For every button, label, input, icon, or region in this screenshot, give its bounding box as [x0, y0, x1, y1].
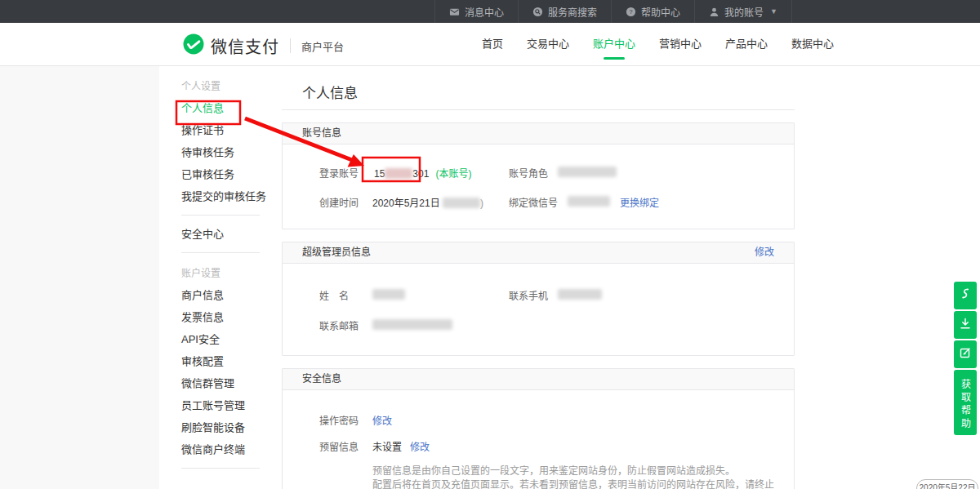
- security-info-card: 安全信息 操作密码 修改 预留信息 未设置 修改 预留信息是由你自己设置的一段文…: [282, 368, 795, 489]
- service-provider-search-link[interactable]: 服务商搜索: [518, 0, 611, 23]
- get-help-button[interactable]: 获取帮助: [954, 370, 977, 435]
- sidebar-item-merchant-info[interactable]: 商户信息: [181, 284, 282, 306]
- redacted-contact-phone: [558, 289, 602, 300]
- sidebar: 个人设置 个人信息 操作证书 待审核任务 已审核任务 我提交的审核任务 安全中心…: [159, 66, 282, 489]
- main-content: 个人信息 账号信息 登录账号 15301 (本账号) 账号角色: [282, 66, 795, 489]
- service-provider-search-label: 服务商搜索: [548, 5, 597, 19]
- current-account-tag: (本账号): [435, 166, 471, 180]
- redacted-account-role: [558, 167, 617, 177]
- message-center-label: 消息中心: [465, 5, 504, 19]
- merchant-platform-page: 消息中心 服务商搜索 ? 帮助中心 我的账号 ▼ 微信支付: [0, 0, 980, 489]
- sidebar-item-reviewed-tasks[interactable]: 已审核任务: [181, 163, 282, 185]
- message-center-link[interactable]: 消息中心: [434, 0, 518, 23]
- chevron-down-icon: ▼: [770, 7, 777, 16]
- reserved-info-label: 预留信息: [319, 439, 362, 453]
- edit-icon: [960, 347, 971, 362]
- download-icon: [960, 318, 971, 333]
- brand-area[interactable]: 微信支付 商户平台: [183, 33, 344, 58]
- change-binding-link[interactable]: 更换绑定: [620, 195, 659, 209]
- operation-password-label: 操作密码: [319, 413, 362, 427]
- help-center-label: 帮助中心: [641, 5, 680, 19]
- super-admin-card-header: 超级管理员信息 修改: [283, 242, 794, 264]
- super-admin-card: 超级管理员信息 修改 姓 名 联系手机 联系邮箱: [282, 242, 795, 356]
- sidebar-item-staff-account-management[interactable]: 员工账号管理: [181, 394, 282, 416]
- sidebar-item-operation-certificate[interactable]: 操作证书: [181, 119, 282, 141]
- brand-divider: [290, 38, 291, 53]
- sidebar-divider: [181, 215, 260, 216]
- account-info-card-header: 账号信息: [283, 123, 794, 144]
- portal-name: 商户平台: [301, 38, 344, 54]
- user-icon: [709, 7, 719, 17]
- login-account-label: 登录账号: [319, 166, 362, 180]
- nav-product-center[interactable]: 产品中心: [725, 23, 768, 65]
- reserved-info-description: 预留信息是由你自己设置的一段文字，用来鉴定网站身份，防止假冒网站造成损失。 配置…: [372, 465, 774, 489]
- page-title: 个人信息: [282, 66, 795, 101]
- sidebar-divider: [181, 252, 260, 253]
- my-account-menu[interactable]: 我的账号 ▼: [694, 0, 792, 23]
- link-icon: [960, 287, 971, 304]
- top-utility-bar: 消息中心 服务商搜索 ? 帮助中心 我的账号 ▼: [0, 0, 980, 23]
- account-info-title: 账号信息: [302, 123, 341, 144]
- quick-link-button[interactable]: [954, 282, 977, 309]
- sidebar-item-face-smart-device[interactable]: 刷脸智能设备: [181, 416, 282, 438]
- floating-help-widget: 获取帮助: [954, 282, 977, 435]
- super-admin-title: 超级管理员信息: [302, 242, 371, 263]
- svg-text:?: ?: [629, 8, 632, 16]
- title-divider: [282, 109, 795, 110]
- main-nav: 首页 交易中心 账户中心 营销中心 产品中心 数据中心: [482, 23, 834, 65]
- feedback-button[interactable]: [954, 340, 977, 368]
- sidebar-item-personal-info[interactable]: 个人信息: [181, 97, 282, 119]
- security-info-title: 安全信息: [302, 369, 341, 389]
- redacted-login-middle: [385, 168, 412, 179]
- reserved-info-edit-link[interactable]: 修改: [410, 439, 430, 453]
- nav-data-center[interactable]: 数据中心: [791, 23, 834, 65]
- redacted-wechat-id: [568, 196, 610, 207]
- sidebar-group-personal-settings: 个人设置: [181, 77, 282, 97]
- account-info-card: 账号信息 登录账号 15301 (本账号) 账号角色 创建时间: [282, 122, 795, 229]
- nav-account-center[interactable]: 账户中心: [593, 23, 635, 65]
- operation-password-edit-link[interactable]: 修改: [372, 413, 392, 427]
- created-time-value: 2020年5月21日 ): [372, 195, 483, 209]
- sidebar-item-security-center[interactable]: 安全中心: [181, 223, 282, 245]
- wechat-pay-logo-icon: [183, 33, 204, 58]
- contact-phone-label: 联系手机: [509, 288, 548, 302]
- redacted-admin-name: [372, 289, 405, 300]
- nav-marketing-center[interactable]: 营销中心: [659, 23, 702, 65]
- question-circle-icon: ?: [626, 7, 636, 17]
- download-button[interactable]: [954, 311, 977, 339]
- sidebar-divider: [181, 468, 260, 469]
- created-time-label: 创建时间: [319, 195, 362, 209]
- brand-name: 微信支付: [211, 34, 279, 58]
- sidebar-item-wechat-group-management[interactable]: 微信群管理: [181, 372, 282, 394]
- date-pill[interactable]: 2020年5月22日: [916, 479, 978, 489]
- left-gutter: [0, 66, 159, 489]
- contact-email-label: 联系邮箱: [319, 318, 362, 332]
- reserved-info-desc-line2: 配置后将在首页及充值页面显示。若未看到预留信息，表明当前访问的网站存在风险，请终…: [372, 478, 774, 489]
- sidebar-item-review-config[interactable]: 审核配置: [181, 350, 282, 372]
- sidebar-item-invoice-info[interactable]: 发票信息: [181, 306, 282, 328]
- account-role-label: 账号角色: [509, 166, 548, 180]
- search-circle-icon: [532, 7, 543, 17]
- redacted-created-time: [443, 198, 480, 208]
- site-header: 微信支付 商户平台 首页 交易中心 账户中心 营销中心 产品中心 数据中心: [0, 23, 980, 66]
- sidebar-group-account-settings: 账户设置: [181, 264, 282, 284]
- admin-name-label: 姓 名: [319, 288, 362, 302]
- sidebar-item-api-security[interactable]: API安全: [181, 328, 282, 350]
- redacted-contact-email: [372, 319, 452, 330]
- reserved-info-value: 未设置: [372, 439, 402, 453]
- sidebar-item-wechat-merchant-terminal[interactable]: 微信商户终端: [181, 438, 282, 460]
- bound-wechat-label: 绑定微信号: [509, 195, 558, 209]
- nav-home[interactable]: 首页: [482, 23, 503, 65]
- mail-icon: [449, 7, 460, 17]
- security-info-card-header: 安全信息: [283, 369, 794, 390]
- sidebar-item-my-submitted-review-tasks[interactable]: 我提交的审核任务: [181, 185, 282, 207]
- nav-transaction-center[interactable]: 交易中心: [527, 23, 569, 65]
- login-account-value: 15301: [372, 168, 430, 180]
- sidebar-item-pending-review-tasks[interactable]: 待审核任务: [181, 141, 282, 163]
- super-admin-edit-link[interactable]: 修改: [755, 242, 774, 263]
- reserved-info-desc-line1: 预留信息是由你自己设置的一段文字，用来鉴定网站身份，防止假冒网站造成损失。: [372, 465, 774, 478]
- help-center-link[interactable]: ? 帮助中心: [611, 0, 694, 23]
- my-account-label: 我的账号: [724, 5, 764, 19]
